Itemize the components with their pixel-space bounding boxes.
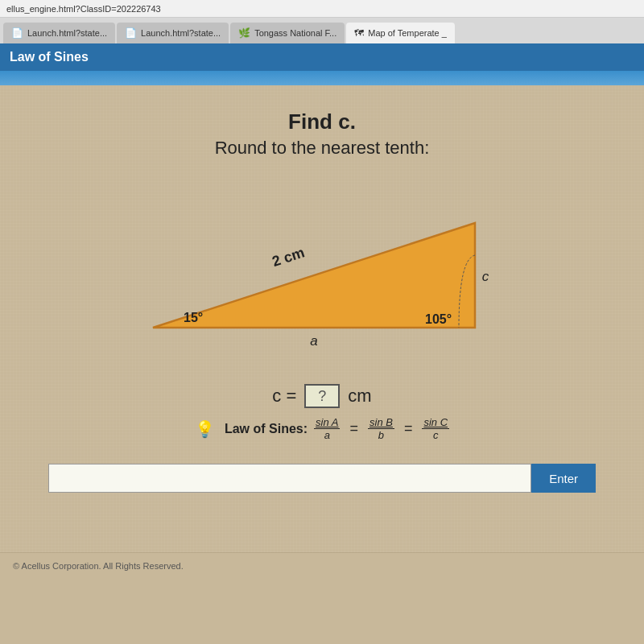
question-title: Find c.	[288, 109, 356, 134]
page-header: Law of Sines	[0, 43, 644, 71]
fraction-1: sin A a	[314, 416, 340, 441]
angle-a-label: 15°	[184, 311, 203, 324]
frac2-denominator: b	[377, 429, 386, 441]
equation-prefix: c =	[272, 386, 296, 407]
equals-2: =	[404, 420, 413, 437]
enter-button[interactable]: Enter	[531, 464, 596, 493]
equals-1: =	[349, 420, 358, 437]
law-of-sines-row: 💡 Law of Sines: sin A a = sin B b = sin …	[195, 416, 449, 441]
c-equals-row: c = ? cm	[272, 384, 371, 408]
tab-2[interactable]: 📄 Launch.html?state...	[117, 23, 229, 43]
tab-2-label: Launch.html?state...	[141, 28, 221, 38]
tab-4-icon: 🗺	[354, 27, 364, 39]
tab-4-label: Map of Temperate _	[368, 28, 447, 38]
bulb-icon: 💡	[195, 419, 215, 439]
tab-1[interactable]: 📄 Launch.html?state...	[3, 23, 115, 43]
blue-band	[0, 71, 644, 85]
triangle-diagram: 2 cm 15° 105° a c	[129, 183, 515, 360]
answer-input[interactable]	[48, 464, 531, 493]
tab-3[interactable]: 🌿 Tongass National F...	[230, 23, 345, 43]
tab-1-icon: 📄	[11, 27, 23, 39]
tab-3-icon: 🌿	[238, 27, 250, 39]
frac3-denominator: c	[431, 429, 440, 441]
answer-box: ?	[304, 384, 340, 408]
input-row: Enter	[48, 464, 596, 493]
side-a-label: a	[310, 333, 317, 349]
side-c-label: c	[482, 269, 489, 284]
equation-area: c = ? cm 💡 Law of Sines: sin A a = sin B…	[195, 384, 449, 441]
footer: © Acellus Corporation. All Rights Reserv…	[0, 552, 644, 579]
side-b-label: 2 cm	[270, 244, 307, 270]
main-content: Find c. Round to the nearest tenth: 2 cm…	[0, 85, 644, 552]
question-subtitle: Round to the nearest tenth:	[215, 138, 430, 159]
tabs-bar: 📄 Launch.html?state... 📄 Launch.html?sta…	[0, 18, 644, 43]
footer-text: © Acellus Corporation. All Rights Reserv…	[13, 561, 184, 571]
fraction-2: sin B b	[368, 416, 394, 441]
frac1-numerator: sin A	[314, 416, 340, 429]
url-bar: ellus_engine.html?ClassID=202226743	[0, 0, 644, 18]
url-text: ellus_engine.html?ClassID=202226743	[6, 4, 161, 14]
tab-4[interactable]: 🗺 Map of Temperate _	[346, 23, 455, 43]
angle-c-label: 105°	[425, 312, 452, 326]
fraction-3: sin C c	[422, 416, 449, 441]
frac2-numerator: sin B	[368, 416, 394, 429]
law-label: Law of Sines:	[225, 422, 308, 436]
page-header-title: Law of Sines	[10, 50, 89, 64]
equation-suffix: cm	[348, 386, 371, 407]
frac3-numerator: sin C	[422, 416, 449, 429]
tab-2-icon: 📄	[125, 27, 137, 39]
tab-1-label: Launch.html?state...	[27, 28, 107, 38]
tab-3-label: Tongass National F...	[254, 28, 336, 38]
frac1-denominator: a	[323, 429, 332, 441]
